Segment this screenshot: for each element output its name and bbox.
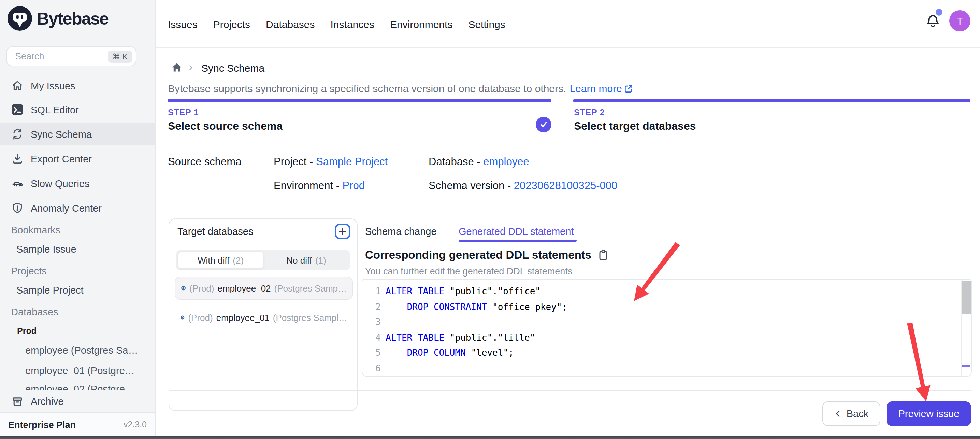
sidebar-item-sample-issue[interactable]: Sample Issue <box>16 244 76 255</box>
app-version: v2.3.0 <box>124 420 147 429</box>
back-button[interactable]: Back <box>822 401 880 426</box>
sidebar-item-archive[interactable]: Archive <box>0 392 156 411</box>
step2-progress-bar <box>573 99 970 102</box>
source-version: Schema version - 20230628100325-000 <box>429 180 617 192</box>
learn-more-link[interactable]: Learn more <box>570 83 633 94</box>
target-db-employee-01[interactable]: (Prod) employee_01 (Postgres Sampl… <box>175 306 353 329</box>
step1-progress-bar <box>168 99 551 102</box>
ddl-code-editor[interactable]: 1 ALTER TABLE "public"."office" 2 DROP C… <box>362 279 972 377</box>
turtle-icon <box>11 177 23 189</box>
code-line: DROP COLUMN "level"; <box>386 345 514 361</box>
tab-schema-change[interactable]: Schema change <box>365 226 437 237</box>
ddl-heading: Corresponding generated DDL statements <box>365 249 591 262</box>
sidebar-item-db-employee-02[interactable]: employee_02 (Postgre <box>25 384 150 390</box>
target-card-title: Target databases <box>177 226 253 237</box>
source-project: Project - Sample Project <box>274 156 388 168</box>
code-line: ALTER TABLE "public"."office" <box>386 284 541 299</box>
line-number: 2 <box>363 299 381 315</box>
preview-issue-button[interactable]: Preview issue <box>886 401 971 426</box>
sidebar-item-slow-queries[interactable]: Slow Queries <box>0 172 156 195</box>
sidebar-item-anomaly-center[interactable]: Anomaly Center <box>0 196 156 219</box>
database-list: employee (Postgres Sa… employee_01 (Post… <box>0 342 155 390</box>
target-databases-card: Target databases With diff (2) No diff (… <box>169 219 358 411</box>
postgres-icon <box>181 283 186 293</box>
avatar[interactable]: T <box>949 10 970 31</box>
sidebar-item-sample-project[interactable]: Sample Project <box>16 285 84 295</box>
step1-label: STEP 1 <box>168 108 199 117</box>
target-db-employee-02[interactable]: (Prod) employee_02 (Postgres Samp… <box>175 276 353 300</box>
plus-icon <box>339 227 347 236</box>
active-tab-underline <box>458 239 577 241</box>
tab-no-diff[interactable]: No diff (1) <box>264 251 349 269</box>
ddl-heading-row: Corresponding generated DDL statements <box>365 249 608 262</box>
plan-footer[interactable]: Enterprise Plan v2.3.0 <box>0 412 155 436</box>
step1-title: Select source schema <box>168 120 283 132</box>
chevron-left-icon <box>834 410 843 418</box>
line-number: 6 <box>363 361 381 376</box>
line-number: 5 <box>363 345 381 361</box>
sidebar-item-db-employee[interactable]: employee (Postgres Sa… <box>25 345 150 356</box>
sidebar: Bytebase ⌘ K My Issues SQL Editor Sync S… <box>0 0 156 439</box>
breadcrumb-home-icon[interactable] <box>171 62 182 73</box>
ddl-subheading: You can further edit the generated DDL s… <box>365 266 572 276</box>
source-environment: Environment - Prod <box>274 180 365 192</box>
step-check-icon <box>536 117 551 132</box>
copy-icon[interactable] <box>598 249 608 261</box>
breadcrumb: Sync Schema <box>201 62 264 74</box>
sidebar-item-sync-schema[interactable]: Sync Schema <box>0 123 156 145</box>
sidebar-item-sql-editor[interactable]: SQL Editor <box>0 98 156 121</box>
search-box[interactable]: ⌘ K <box>6 46 137 66</box>
add-target-database-button[interactable] <box>335 224 350 239</box>
topnav-settings[interactable]: Settings <box>468 18 505 30</box>
shield-exclamation-icon <box>11 202 23 214</box>
source-database: Database - employee <box>429 156 529 168</box>
environment-link[interactable]: Prod <box>343 180 365 191</box>
line-number: 4 <box>363 330 381 345</box>
archive-box-icon <box>11 396 23 407</box>
code-line: DROP CONSTRAINT "office_pkey"; <box>386 299 567 315</box>
external-link-icon <box>624 84 634 93</box>
tab-with-diff[interactable]: With diff (2) <box>177 251 264 269</box>
step2-title: Select target databases <box>574 120 696 132</box>
notification-dot <box>935 9 942 16</box>
home-icon <box>11 80 23 91</box>
bell-icon[interactable] <box>925 14 940 29</box>
topnav-environments[interactable]: Environments <box>390 18 452 30</box>
logo-wordmark: Bytebase <box>37 8 108 28</box>
section-bookmarks: Bookmarks <box>11 225 60 236</box>
overview-ruler-mark <box>962 365 970 367</box>
sidebar-item-my-issues[interactable]: My Issues <box>0 74 156 97</box>
tab-generated-ddl[interactable]: Generated DDL statement <box>458 226 574 237</box>
sidebar-item-db-employee-01[interactable]: employee_01 (Postgre… <box>25 365 150 376</box>
section-databases: Databases <box>11 307 58 318</box>
project-link[interactable]: Sample Project <box>316 156 388 167</box>
download-icon <box>11 153 23 164</box>
postgres-icon <box>180 313 185 322</box>
schema-version-link[interactable]: 20230628100325-000 <box>514 180 617 191</box>
database-link[interactable]: employee <box>483 156 529 167</box>
code-line: ALTER TABLE "public"."title" <box>386 330 535 345</box>
topnav-projects[interactable]: Projects <box>213 18 250 30</box>
target-card-header: Target databases <box>169 219 357 244</box>
terminal-icon <box>11 104 23 115</box>
search-shortcut-badge: ⌘ K <box>108 50 132 62</box>
section-projects: Projects <box>11 266 47 276</box>
plan-name: Enterprise Plan <box>8 420 76 430</box>
editor-scrollbar[interactable] <box>961 280 971 376</box>
topnav-databases[interactable]: Databases <box>266 18 315 30</box>
footer-divider <box>169 390 971 391</box>
database-group-prod: Prod <box>17 326 37 336</box>
line-number: 3 <box>363 315 381 330</box>
topnav-instances[interactable]: Instances <box>331 18 374 30</box>
top-nav: Issues Projects Databases Instances Envi… <box>168 0 505 48</box>
indent-guide <box>386 315 386 330</box>
line-number: 1 <box>363 284 381 299</box>
sync-icon <box>11 128 23 140</box>
step2-label: STEP 2 <box>574 108 605 117</box>
sidebar-item-export-center[interactable]: Export Center <box>0 147 156 170</box>
search-input[interactable] <box>14 51 108 62</box>
source-schema-label: Source schema <box>168 156 241 168</box>
logo[interactable]: Bytebase <box>8 6 108 31</box>
scrollbar-thumb[interactable] <box>962 281 971 314</box>
topnav-issues[interactable]: Issues <box>168 18 197 30</box>
